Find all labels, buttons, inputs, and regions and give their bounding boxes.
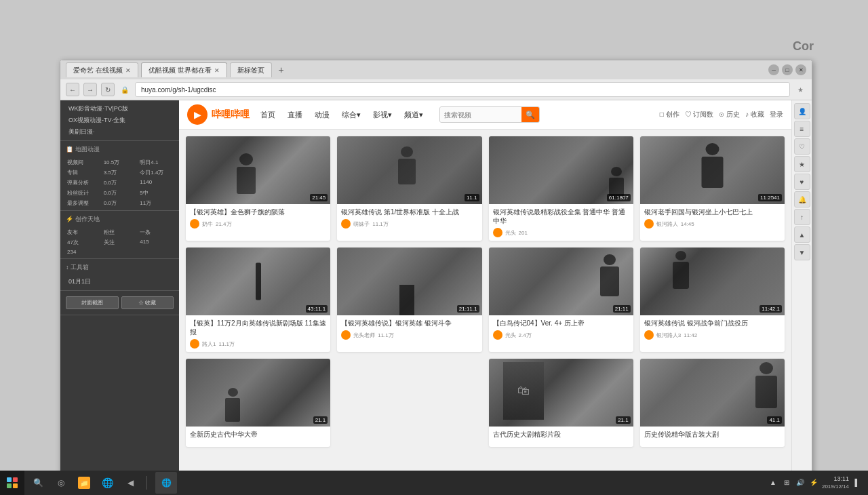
close-button[interactable]: ✕: [795, 64, 806, 75]
sidebar-item-1[interactable]: WK影音动漫·TV|PC版: [66, 103, 174, 115]
top-nav: ▶ 哔哩哔哩 首页 直播 动漫 综合▾ 影视▾ 频道▾ 🔍: [179, 100, 791, 130]
video-info-11: 古代历史大剧精彩片段: [489, 427, 633, 445]
channel-name-7: 光头: [505, 332, 516, 339]
video-card-2[interactable]: 11.1 银河英雄传说 第1/世界标准版 十全上战 萌妹子 11.1万: [337, 136, 481, 241]
nav-anime[interactable]: 动漫: [312, 108, 332, 121]
forward-button[interactable]: →: [83, 83, 97, 96]
bookmark-icon[interactable]: ★: [794, 83, 806, 96]
video-card-3[interactable]: 61:1807 银河英雄传说最精彩战役全集 普通中华 普通中华 光头 201: [489, 136, 633, 241]
right-btn-share[interactable]: ↑: [794, 209, 810, 225]
tray-volume-icon[interactable]: 🔊: [795, 477, 806, 488]
sidebar-btns-section: 封面截图 ☆ 收藏: [60, 291, 179, 315]
video-info-12: 历史传说精华版古装大剧: [640, 427, 785, 445]
logo-text: 哔哩哔哩: [212, 108, 250, 121]
favorite-button[interactable]: ☆ 收藏: [121, 296, 174, 309]
new-tab-button[interactable]: +: [275, 63, 288, 77]
channel-icon-4: [644, 219, 654, 229]
view-count-8: 11:42: [684, 332, 697, 338]
nav-login[interactable]: 登录: [770, 110, 783, 119]
address-bar-row: ← → ↻ 🔒 ★: [60, 79, 812, 100]
right-btn-star[interactable]: ★: [794, 156, 810, 172]
video-card-12[interactable]: 41.1 历史传说精华版古装大剧: [640, 359, 785, 447]
video-meta-8: 银河路人3 11:42: [644, 330, 781, 340]
back-button[interactable]: ←: [66, 83, 79, 96]
running-app-1[interactable]: 🌐: [155, 472, 177, 494]
search-button[interactable]: 🔍: [521, 107, 539, 122]
sidebar-icon-small: 📋: [66, 146, 73, 153]
right-btn-down[interactable]: ▼: [794, 244, 810, 260]
address-input[interactable]: [135, 82, 790, 97]
video-thumb-4: 11:2541: [640, 136, 785, 204]
site-logo[interactable]: ▶ 哔哩哔哩: [187, 104, 250, 125]
video-title-8: 银河英雄传说 银河战争前门战役历: [644, 319, 781, 328]
video-card-9[interactable]: 21.1 全新历史古代中华大帝: [186, 359, 330, 447]
taskbar-media[interactable]: ◀: [119, 472, 141, 494]
browser-tab-1[interactable]: 爱奇艺 在线视频 ✕: [66, 62, 138, 77]
creation-item-7: 234: [66, 248, 101, 256]
nav-favorite[interactable]: ♪ 收藏: [745, 110, 764, 119]
nav-home[interactable]: 首页: [258, 108, 278, 121]
taskbar-search[interactable]: 🔍: [27, 472, 49, 494]
maximize-button[interactable]: □: [782, 64, 793, 75]
sidebar-item-3[interactable]: 美剧日漫·: [66, 126, 174, 138]
video-card-5[interactable]: 43:11.1 【银英】11万2月向英雄传说新剧场版 11集速报 路人1 11.…: [186, 248, 330, 352]
video-thumb-3: 61:1807: [489, 136, 633, 204]
nav-live[interactable]: 直播: [285, 108, 305, 121]
start-button[interactable]: [0, 471, 24, 495]
video-card-4[interactable]: 11:2541 银河老手回国与银河坐上小七巴七上 银河路人 14:45: [640, 136, 785, 241]
tab-1-close[interactable]: ✕: [125, 67, 131, 74]
browser-window: 爱奇艺 在线视频 ✕ 优酷视频 世界都在看 ✕ 新标签页 + ─ □ ✕: [60, 60, 812, 480]
nav-subscribe[interactable]: ♡ 订阅数: [685, 110, 714, 119]
right-btn-notification[interactable]: 🔔: [794, 191, 810, 207]
sidebar-section-2-title: 📋 地图动漫: [66, 144, 174, 155]
channel-icon-1: [190, 219, 199, 229]
video-thumb-2: 11.1: [337, 136, 481, 204]
right-btn-heart-filled[interactable]: ♥: [794, 174, 810, 190]
toolbox-title: ↕ 工具箱: [66, 262, 174, 273]
sidebar-buttons: 封面截图 ☆ 收藏: [66, 296, 174, 309]
video-card-11[interactable]: 🛍 21.1 古代历史大剧精彩片段: [489, 359, 633, 447]
taskbar-file-explorer[interactable]: 📁: [73, 472, 95, 494]
sidebar-item-2[interactable]: OX视频动漫-TV·全集: [66, 115, 174, 126]
grid-item-2: 10.5万: [102, 158, 138, 167]
tray-battery-icon[interactable]: ⚡: [808, 477, 819, 488]
browser-chrome: 爱奇艺 在线视频 ✕ 优酷视频 世界都在看 ✕ 新标签页 + ─ □ ✕: [60, 60, 812, 100]
video-card-7[interactable]: 21:11 【白鸟传记04】Ver. 4+ 历上帝 光头 2.4万: [489, 248, 633, 352]
video-card-1[interactable]: 21:45 【银河英雄】金色狮子旗的陨落 奶牛 21.4万: [186, 136, 330, 241]
show-desktop-icon[interactable]: ▌: [852, 477, 863, 488]
channel-icon-8: [644, 330, 654, 340]
right-btn-avatar[interactable]: 👤: [794, 103, 810, 119]
search-input[interactable]: [440, 107, 521, 122]
video-thumb-7: 21:11: [489, 248, 633, 315]
tray-arrow-icon[interactable]: ▲: [768, 477, 778, 488]
right-btn-list[interactable]: ≡: [794, 121, 810, 137]
browser-tab-2[interactable]: 优酷视频 世界都在看 ✕: [141, 62, 227, 77]
nav-create[interactable]: □ 创作: [660, 110, 679, 119]
video-meta-1: 奶牛 21.4万: [190, 219, 326, 229]
logo-icon: ▶: [187, 104, 208, 125]
browser-tab-3[interactable]: 新标签页: [230, 62, 272, 77]
taskbar-cortana[interactable]: ◎: [50, 472, 72, 494]
minimize-button[interactable]: ─: [768, 64, 779, 75]
video-card-8[interactable]: 11:42.1 银河英雄传说 银河战争前门战役历 银河路人3 11:42: [640, 248, 785, 352]
right-btn-up[interactable]: ▲: [794, 226, 810, 243]
video-card-6[interactable]: 21:11.1 【银河英雄传说】银河英雄 银河斗争 光头老师 11.1万: [337, 248, 481, 352]
running-app-1-icon: 🌐: [160, 477, 172, 489]
channel-icon-2: [341, 219, 351, 229]
creation-item-3: 一条: [138, 228, 174, 237]
nav-variety[interactable]: 综合▾: [339, 108, 363, 121]
nav-drama[interactable]: 影视▾: [370, 108, 395, 121]
video-duration-11: 21.1: [616, 416, 631, 424]
nav-history[interactable]: ⊙ 历史: [719, 110, 740, 119]
nav-channel[interactable]: 频道▾: [401, 108, 426, 121]
screenshot-button[interactable]: 封面截图: [66, 296, 119, 309]
video-duration-5: 43:11.1: [306, 305, 328, 313]
right-btn-heart-outline[interactable]: ♡: [794, 138, 810, 155]
tab-2-close[interactable]: ✕: [214, 67, 220, 74]
taskbar-browser[interactable]: 🌐: [96, 472, 118, 494]
video-duration-3: 61:1807: [607, 194, 631, 201]
tray-network-icon[interactable]: ⊞: [781, 477, 792, 488]
nav-links: 首页 直播 动漫 综合▾ 影视▾ 频道▾: [258, 108, 426, 121]
refresh-button[interactable]: ↻: [101, 83, 115, 96]
grid-item-11: 0.0万: [102, 189, 138, 197]
